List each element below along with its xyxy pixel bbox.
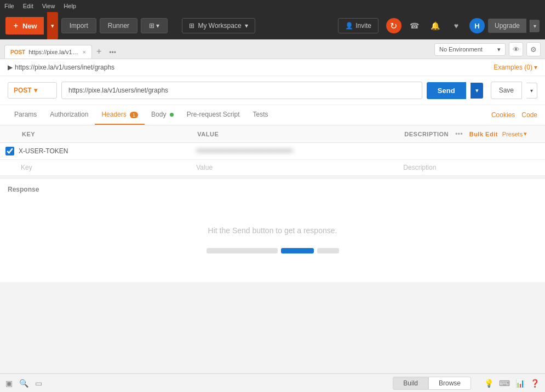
build-button[interactable]: Build	[393, 377, 428, 390]
sidebar-toggle-icon[interactable]: ▣	[5, 379, 13, 388]
grid-icon: ⊞	[189, 22, 194, 30]
request-tab[interactable]: POST https://pixe.la/v1/users/inet/gr ×	[4, 45, 92, 59]
response-section: Response Hit the Send button to get a re…	[0, 176, 545, 282]
bulk-edit-link[interactable]: Bulk Edit	[469, 131, 498, 137]
tab-prerequest[interactable]: Pre-request Script	[180, 105, 246, 125]
console-icon[interactable]: ▭	[35, 379, 42, 388]
description-column-header: DESCRIPTION ••• Bulk Edit Presets ▾	[398, 125, 545, 143]
environment-eye-button[interactable]: 👁	[509, 42, 523, 56]
save-dropdown-button[interactable]: ▾	[526, 83, 537, 99]
environment-label: No Environment	[439, 46, 483, 53]
browse-button[interactable]: Browse	[428, 377, 471, 390]
workspace-button[interactable]: ⊞ My Workspace ▾	[182, 18, 255, 33]
headers-label: Headers	[101, 111, 126, 118]
avatar[interactable]: H	[469, 18, 485, 33]
examples-chevron-icon: ▾	[534, 64, 537, 71]
new-dropdown-button[interactable]: ▾	[47, 12, 58, 39]
value-cell: ••••••••••••••••••••••••••••••••••••••••…	[191, 143, 398, 160]
person-icon: 👤	[345, 22, 353, 30]
method-label: POST	[14, 87, 32, 94]
tab-bar: POST https://pixe.la/v1/users/inet/gr × …	[0, 39, 545, 59]
key-placeholder: Key	[21, 164, 32, 171]
request-tabs: Params Authorization Headers 1 Body Pre-…	[0, 105, 545, 125]
bar-segment-right	[317, 248, 339, 253]
response-empty-state: Hit the Send button to get a response.	[8, 193, 537, 275]
save-button[interactable]: Save	[491, 82, 522, 99]
examples-link[interactable]: Examples (0) ▾	[494, 64, 537, 71]
value-column-header: VALUE	[191, 125, 398, 143]
key-cell: X-USER-TOKEN	[0, 143, 191, 160]
toolbar-icons: ↻ ☎ 🔔 ♥ H	[386, 18, 485, 33]
search-icon[interactable]: 🔍	[19, 379, 28, 388]
menu-file[interactable]: File	[4, 3, 14, 9]
response-illustration	[206, 248, 339, 253]
method-selector[interactable]: POST ▾	[8, 82, 57, 99]
examples-label: Examples (0)	[494, 64, 532, 71]
token-value: ••••••••••••••••••••••••••••••••••••••••…	[196, 147, 292, 155]
tab-url: https://pixe.la/v1/users/inet/gr	[28, 49, 79, 55]
row-checkbox[interactable]	[5, 147, 14, 155]
description-cell	[398, 143, 545, 160]
column-options-button[interactable]: •••	[453, 130, 465, 138]
upgrade-dropdown[interactable]: ▾	[530, 20, 540, 32]
cookies-link[interactable]: Cookies	[491, 111, 515, 119]
tab-body[interactable]: Body	[145, 105, 180, 125]
notification-icon[interactable]: 🔔	[428, 18, 443, 33]
tab-tests[interactable]: Tests	[246, 105, 275, 125]
layout-button[interactable]: ⊞ ▾	[141, 18, 168, 33]
menu-edit[interactable]: Edit	[23, 3, 33, 9]
upgrade-button[interactable]: Upgrade	[488, 19, 526, 33]
history-icon[interactable]: ☎	[407, 18, 422, 33]
environment-settings-button[interactable]: ⚙	[526, 42, 541, 56]
invite-button[interactable]: 👤 Invite	[338, 18, 378, 33]
bar-segment-middle	[281, 248, 314, 253]
url-input[interactable]	[61, 82, 422, 99]
sync-icon[interactable]: ↻	[386, 18, 401, 33]
url-bar: POST ▾ Send ▾ Save ▾	[0, 76, 545, 105]
build-browse-toggle: Build Browse	[393, 377, 471, 390]
tab-close-button[interactable]: ×	[83, 49, 86, 55]
new-tab-button[interactable]: +	[93, 47, 105, 56]
presets-label: Presets	[502, 131, 523, 137]
table-row: X-USER-TOKEN •••••••••••••••••••••••••••…	[0, 143, 545, 160]
more-tabs-button[interactable]: •••	[106, 49, 119, 56]
breadcrumb-bar: ▶ https://pixe.la/v1/users/inet/graphs E…	[0, 59, 545, 76]
tab-params[interactable]: Params	[8, 105, 43, 125]
tab-authorization[interactable]: Authorization	[43, 105, 95, 125]
help-icon[interactable]: ❓	[530, 379, 540, 388]
heart-icon[interactable]: ♥	[449, 18, 464, 33]
presets-button[interactable]: Presets ▾	[502, 130, 527, 137]
send-button[interactable]: Send	[427, 82, 466, 99]
env-chevron-icon: ▾	[497, 46, 501, 53]
send-dropdown-button[interactable]: ▾	[471, 83, 483, 99]
headers-badge: 1	[130, 112, 138, 118]
keyboard-icon[interactable]: ⌨	[499, 379, 510, 388]
body-label: Body	[151, 111, 166, 118]
plus-icon: ＋	[12, 21, 19, 31]
tab-method: POST	[10, 49, 25, 55]
bottom-bar: ▣ 🔍 ▭ Build Browse 💡 ⌨ 📊 ❓	[0, 373, 545, 392]
breadcrumb-path: https://pixe.la/v1/users/inet/graphs	[15, 64, 114, 71]
code-link[interactable]: Code	[521, 111, 537, 119]
body-dot-indicator	[170, 113, 174, 117]
toolbar: ＋ New ▾ Import Runner ⊞ ▾ ⊞ My Workspace…	[0, 12, 545, 39]
response-title: Response	[8, 186, 537, 193]
breadcrumb: ▶ https://pixe.la/v1/users/inet/graphs	[8, 64, 114, 71]
headers-table: KEY VALUE DESCRIPTION ••• Bulk Edit Pres…	[0, 125, 545, 176]
key-column-header: KEY	[0, 125, 191, 143]
menu-bar: File Edit View Help	[0, 0, 545, 12]
key-value: X-USER-TOKEN	[19, 147, 68, 155]
method-chevron-icon: ▾	[34, 87, 37, 94]
new-button[interactable]: ＋ New	[5, 17, 44, 34]
environment-selector[interactable]: No Environment ▾	[434, 43, 506, 56]
runner-button[interactable]: Runner	[100, 18, 137, 33]
menu-view[interactable]: View	[42, 3, 55, 9]
tab-headers[interactable]: Headers 1	[95, 105, 145, 125]
environment-section: No Environment ▾ 👁 ⚙	[434, 42, 541, 56]
chevron-down-icon: ▾	[245, 22, 248, 30]
bar-chart-icon[interactable]: 📊	[515, 379, 525, 388]
tab-actions: Cookies Code	[491, 111, 537, 119]
import-button[interactable]: Import	[61, 18, 96, 33]
bulb-icon[interactable]: 💡	[484, 379, 494, 388]
menu-help[interactable]: Help	[64, 3, 76, 9]
